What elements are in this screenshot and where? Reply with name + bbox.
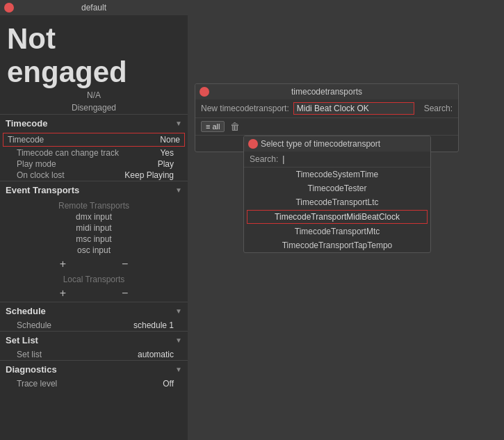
st-search-label: Search: (250, 154, 278, 164)
transport-dmx[interactable]: dmx input (0, 211, 188, 222)
set-list-arrow: ▼ (175, 336, 182, 344)
st-title-bar: Select type of timecodetransport (244, 136, 430, 152)
left-close-button[interactable] (4, 3, 14, 13)
trace-level-label: Trace level (17, 379, 57, 389)
timecode-arrow: ▼ (175, 120, 182, 127)
set-list-row-value: automatic (138, 350, 174, 359)
schedule-arrow: ▼ (175, 307, 182, 315)
st-item-4[interactable]: TimecodeTransportMtc (244, 225, 430, 238)
timecode-row-label: Timecode (8, 135, 44, 145)
timecode-row[interactable]: Timecode None (3, 133, 185, 147)
remote-add-button[interactable]: + (60, 258, 66, 270)
local-remove-button[interactable]: − (122, 287, 128, 300)
st-title: Select type of timecodetransport (261, 139, 380, 149)
st-item-3[interactable]: TimecodeTransportMidiBeatClock (247, 210, 428, 224)
st-item-5[interactable]: TimecodeTransportTapTempo (244, 238, 430, 252)
tc-search-label: Search: (424, 104, 453, 113)
window-title: default (81, 3, 106, 13)
timecode-section-header[interactable]: Timecode ▼ (0, 114, 188, 132)
local-add-remove-row: + − (0, 285, 188, 302)
diagnostics-label: Diagnostics (6, 364, 57, 375)
timecode-change-track-label: Timecode can change track (17, 148, 119, 158)
schedule-row: Schedule schedule 1 (0, 320, 188, 331)
st-item-1[interactable]: TimecodeTester (244, 181, 430, 195)
tc-new-row: New timecodetransport: Midi Beat Clock O… (195, 99, 458, 118)
on-clock-lost-row: On clock lost Keep Playing (0, 170, 188, 181)
timecode-label: Timecode (6, 118, 47, 129)
schedule-row-value: schedule 1 (133, 320, 174, 330)
tc-new-value[interactable]: Midi Beat Clock OK (293, 102, 414, 115)
st-close-button[interactable] (248, 139, 258, 149)
remote-transports-label: Remote Transports (0, 199, 188, 211)
status-na: N/A (0, 89, 188, 101)
tc-title-bar: timecodetransports (195, 84, 458, 99)
transport-midi[interactable]: midi input (0, 222, 188, 234)
diagnostics-section-header[interactable]: Diagnostics ▼ (0, 360, 188, 378)
play-mode-label: Play mode (17, 159, 56, 169)
remote-remove-button[interactable]: − (122, 258, 128, 270)
not-engaged-status: Not engaged (0, 15, 188, 89)
st-item-2[interactable]: TimecodeTransportLtc (244, 195, 430, 209)
left-panel: default Not engaged N/A Disengaged Timec… (0, 0, 188, 440)
timecode-row-value: None (160, 135, 180, 145)
local-add-button[interactable]: + (60, 287, 66, 300)
transport-msc[interactable]: msc input (0, 234, 188, 245)
local-transports-label: Local Transports (0, 272, 188, 285)
st-search-cursor[interactable]: | (282, 154, 284, 164)
schedule-section-header[interactable]: Schedule ▼ (0, 302, 188, 320)
set-list-section-header[interactable]: Set List ▼ (0, 331, 188, 349)
play-mode-value: Play (158, 159, 174, 169)
timecode-change-track-row: Timecode can change track Yes (0, 147, 188, 158)
tc-toolbar: ≡ all 🗑 (195, 118, 458, 136)
trace-level-value: Off (163, 379, 174, 389)
tc-trash-icon[interactable]: 🗑 (230, 121, 240, 132)
set-list-label: Set List (6, 335, 38, 345)
tc-new-label: New timecodetransport: (201, 104, 289, 113)
schedule-label: Schedule (6, 306, 46, 316)
tc-all-button[interactable]: ≡ all (201, 121, 225, 132)
st-item-0[interactable]: TimecodeSystemTime (244, 168, 430, 181)
event-transports-arrow: ▼ (175, 186, 182, 194)
tc-title: timecodetransports (291, 87, 362, 97)
event-transports-section-header[interactable]: Event Transports ▼ (0, 181, 188, 199)
on-clock-lost-value: Keep Playing (124, 170, 174, 180)
timecode-change-track-value: Yes (160, 148, 174, 158)
set-list-row-label: Set list (17, 350, 42, 359)
on-clock-lost-label: On clock lost (17, 170, 65, 180)
trace-level-row: Trace level Off (0, 378, 188, 389)
select-type-panel: Select type of timecodetransport Search:… (243, 136, 431, 253)
set-list-row: Set list automatic (0, 349, 188, 360)
remote-add-remove-row: + − (0, 256, 188, 272)
schedule-row-label: Schedule (17, 320, 51, 330)
status-disengaged: Disengaged (0, 101, 188, 114)
play-mode-row: Play mode Play (0, 158, 188, 170)
st-search-row: Search: | (244, 152, 430, 168)
tc-close-button[interactable] (200, 87, 209, 97)
transport-osc[interactable]: osc input (0, 245, 188, 256)
event-transports-label: Event Transports (6, 185, 79, 195)
diagnostics-arrow: ▼ (175, 366, 182, 373)
title-bar: default (0, 0, 188, 15)
